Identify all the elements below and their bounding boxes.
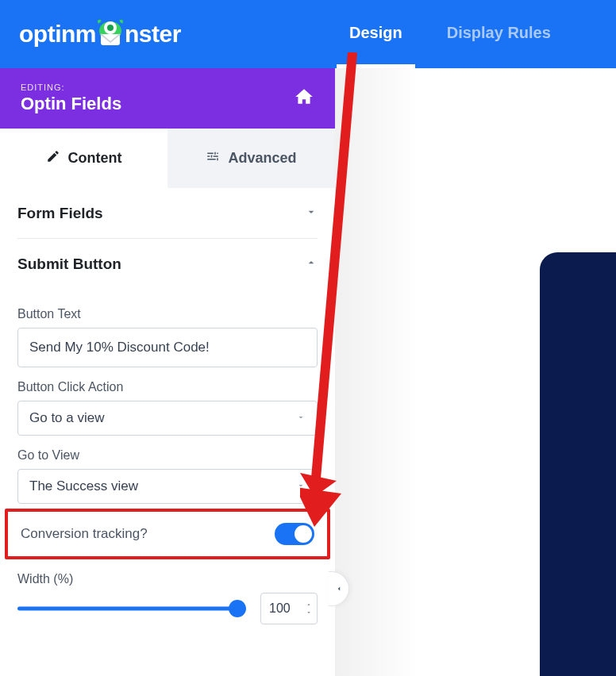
go-to-view-value: The Success view: [29, 478, 138, 494]
conversion-tracking-toggle[interactable]: [275, 523, 314, 545]
width-number-input[interactable]: 100: [260, 593, 318, 624]
chevron-down-icon: [305, 205, 318, 222]
sliders-icon: [206, 149, 220, 167]
top-nav: Design Display Rules: [349, 0, 551, 68]
width-setting: Width (%) 100: [0, 559, 335, 629]
panel-collapse-handle[interactable]: [329, 571, 349, 606]
go-to-view-select[interactable]: The Success view: [17, 469, 318, 504]
accordion-submit-button-label: Submit Button: [17, 255, 121, 273]
nav-display-rules[interactable]: Display Rules: [447, 0, 551, 68]
button-text-input[interactable]: [17, 328, 318, 367]
accordion-submit-button[interactable]: Submit Button: [17, 239, 318, 290]
svg-point-2: [107, 25, 114, 31]
editing-label: EDITING:: [21, 83, 121, 92]
accordion-form-fields[interactable]: Form Fields: [17, 188, 318, 239]
submit-button-settings: Button Text Button Click Action Go to a …: [0, 290, 335, 504]
conversion-tracking-row: Conversion tracking?: [5, 509, 330, 559]
button-text-label: Button Text: [17, 307, 318, 321]
slider-thumb[interactable]: [229, 600, 246, 617]
go-to-view-label: Go to View: [17, 448, 318, 463]
tab-advanced[interactable]: Advanced: [167, 129, 335, 188]
canvas-preview: [540, 252, 616, 676]
tab-content-label: Content: [68, 150, 122, 167]
side-panel: Content Advanced Form Fields Submit Butt…: [0, 129, 335, 629]
panel-tabs: Content Advanced: [0, 129, 335, 188]
logo-text-pre: optinm: [19, 21, 96, 48]
conversion-tracking-label: Conversion tracking?: [21, 526, 148, 542]
stepper-down-icon[interactable]: [306, 609, 312, 616]
home-icon[interactable]: [294, 86, 314, 110]
editing-title: Optin Fields: [21, 94, 121, 114]
caret-down-icon: [296, 410, 306, 426]
button-click-action-label: Button Click Action: [17, 380, 318, 394]
nav-design[interactable]: Design: [349, 0, 402, 68]
tab-advanced-label: Advanced: [228, 150, 296, 167]
pencil-icon: [46, 149, 60, 167]
width-label: Width (%): [17, 572, 318, 586]
width-slider[interactable]: [17, 599, 244, 618]
top-bar: optinm nster Design Display Rules: [0, 0, 616, 68]
logo-monster-icon: [94, 18, 126, 50]
button-click-action-value: Go to a view: [29, 410, 105, 426]
accordion-form-fields-label: Form Fields: [17, 205, 103, 222]
logo: optinm nster: [19, 18, 181, 50]
caret-down-icon: [296, 478, 306, 494]
stepper-up-icon[interactable]: [306, 601, 312, 608]
button-click-action-select[interactable]: Go to a view: [17, 401, 318, 436]
width-value: 100: [269, 601, 291, 616]
chevron-up-icon: [305, 255, 318, 273]
editing-bar: EDITING: Optin Fields: [0, 68, 335, 129]
logo-text-post: nster: [125, 21, 181, 48]
tab-content[interactable]: Content: [0, 129, 167, 188]
number-stepper[interactable]: [306, 601, 312, 616]
